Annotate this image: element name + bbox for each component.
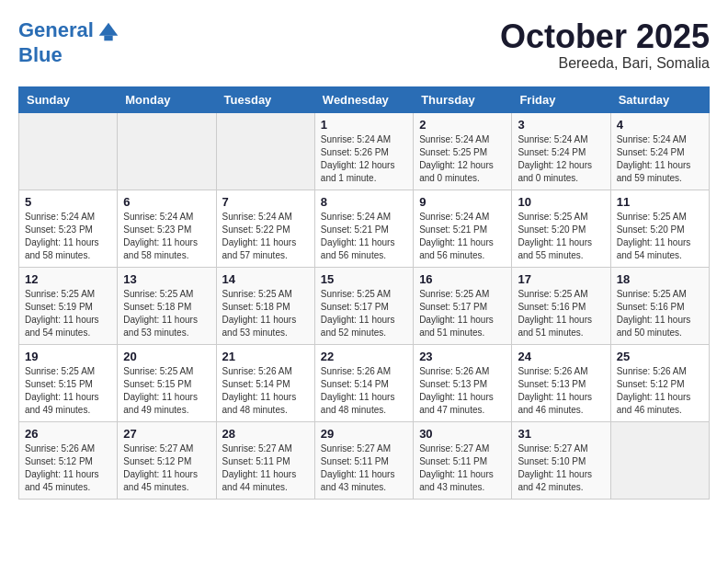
day-number: 17 [518, 272, 604, 286]
day-info: Sunrise: 5:24 AM Sunset: 5:23 PM Dayligh… [123, 211, 210, 262]
weekday-header: Saturday [610, 86, 709, 112]
day-info: Sunrise: 5:24 AM Sunset: 5:25 PM Dayligh… [419, 133, 506, 185]
svg-marker-0 [99, 23, 119, 36]
day-info: Sunrise: 5:25 AM Sunset: 5:20 PM Dayligh… [617, 211, 703, 262]
day-number: 4 [617, 118, 703, 132]
day-info: Sunrise: 5:25 AM Sunset: 5:19 PM Dayligh… [25, 288, 111, 339]
weekday-header: Wednesday [314, 86, 413, 112]
day-number: 2 [419, 118, 506, 132]
calendar-week-row: 26Sunrise: 5:26 AM Sunset: 5:12 PM Dayli… [19, 421, 710, 499]
page-header: General Blue October 2025 Bereeda, Bari,… [18, 18, 710, 72]
day-number: 8 [321, 195, 407, 209]
day-info: Sunrise: 5:25 AM Sunset: 5:17 PM Dayligh… [419, 288, 506, 339]
day-number: 11 [617, 195, 703, 209]
logo: General Blue [18, 18, 121, 66]
day-info: Sunrise: 5:25 AM Sunset: 5:15 PM Dayligh… [123, 365, 210, 417]
calendar-cell: 20Sunrise: 5:25 AM Sunset: 5:15 PM Dayli… [118, 344, 216, 421]
day-info: Sunrise: 5:26 AM Sunset: 5:14 PM Dayligh… [321, 365, 407, 417]
calendar-cell: 8Sunrise: 5:24 AM Sunset: 5:21 PM Daylig… [314, 190, 413, 267]
calendar-cell: 1Sunrise: 5:24 AM Sunset: 5:26 PM Daylig… [314, 112, 413, 190]
calendar-table: SundayMondayTuesdayWednesdayThursdayFrid… [18, 86, 710, 500]
day-info: Sunrise: 5:24 AM Sunset: 5:24 PM Dayligh… [518, 133, 604, 185]
day-number: 22 [321, 350, 407, 363]
calendar-cell: 23Sunrise: 5:26 AM Sunset: 5:13 PM Dayli… [414, 344, 512, 421]
weekday-header: Friday [512, 86, 610, 112]
day-number: 25 [617, 350, 703, 363]
calendar-cell: 24Sunrise: 5:26 AM Sunset: 5:13 PM Dayli… [512, 344, 610, 421]
day-info: Sunrise: 5:24 AM Sunset: 5:21 PM Dayligh… [321, 211, 407, 262]
calendar-cell [610, 421, 709, 499]
day-number: 21 [222, 350, 309, 363]
day-number: 28 [222, 427, 309, 441]
day-number: 18 [617, 272, 703, 286]
day-info: Sunrise: 5:26 AM Sunset: 5:12 PM Dayligh… [25, 442, 111, 494]
day-number: 1 [321, 118, 407, 132]
day-number: 10 [518, 195, 604, 209]
calendar-cell: 30Sunrise: 5:27 AM Sunset: 5:11 PM Dayli… [414, 421, 512, 499]
day-number: 29 [321, 427, 407, 441]
day-info: Sunrise: 5:27 AM Sunset: 5:11 PM Dayligh… [222, 442, 309, 494]
calendar-cell: 5Sunrise: 5:24 AM Sunset: 5:23 PM Daylig… [19, 190, 118, 267]
calendar-cell: 10Sunrise: 5:25 AM Sunset: 5:20 PM Dayli… [512, 190, 610, 267]
page-title: October 2025 [500, 18, 710, 55]
calendar-cell: 27Sunrise: 5:27 AM Sunset: 5:12 PM Dayli… [118, 421, 216, 499]
calendar-cell: 16Sunrise: 5:25 AM Sunset: 5:17 PM Dayli… [414, 267, 512, 344]
day-number: 16 [419, 272, 506, 286]
day-info: Sunrise: 5:25 AM Sunset: 5:17 PM Dayligh… [321, 288, 407, 339]
day-info: Sunrise: 5:27 AM Sunset: 5:11 PM Dayligh… [321, 442, 407, 494]
day-info: Sunrise: 5:24 AM Sunset: 5:26 PM Dayligh… [321, 133, 407, 185]
day-info: Sunrise: 5:25 AM Sunset: 5:20 PM Dayligh… [518, 211, 604, 262]
weekday-header: Sunday [19, 86, 118, 112]
day-number: 27 [123, 427, 210, 441]
calendar-cell: 31Sunrise: 5:27 AM Sunset: 5:10 PM Dayli… [512, 421, 610, 499]
day-number: 24 [518, 350, 604, 363]
calendar-cell: 3Sunrise: 5:24 AM Sunset: 5:24 PM Daylig… [512, 112, 610, 190]
calendar-cell [216, 112, 314, 190]
calendar-cell: 29Sunrise: 5:27 AM Sunset: 5:11 PM Dayli… [314, 421, 413, 499]
calendar-cell [118, 112, 216, 190]
day-info: Sunrise: 5:26 AM Sunset: 5:13 PM Dayligh… [419, 365, 506, 417]
day-info: Sunrise: 5:26 AM Sunset: 5:14 PM Dayligh… [222, 365, 309, 417]
day-info: Sunrise: 5:25 AM Sunset: 5:18 PM Dayligh… [123, 288, 210, 339]
calendar-cell: 19Sunrise: 5:25 AM Sunset: 5:15 PM Dayli… [19, 344, 118, 421]
day-number: 30 [419, 427, 506, 441]
calendar-cell: 7Sunrise: 5:24 AM Sunset: 5:22 PM Daylig… [216, 190, 314, 267]
calendar-cell: 11Sunrise: 5:25 AM Sunset: 5:20 PM Dayli… [610, 190, 709, 267]
calendar-cell: 21Sunrise: 5:26 AM Sunset: 5:14 PM Dayli… [216, 344, 314, 421]
day-info: Sunrise: 5:25 AM Sunset: 5:16 PM Dayligh… [617, 288, 703, 339]
day-number: 6 [123, 195, 210, 209]
day-info: Sunrise: 5:26 AM Sunset: 5:13 PM Dayligh… [518, 365, 604, 417]
day-info: Sunrise: 5:25 AM Sunset: 5:15 PM Dayligh… [25, 365, 111, 417]
calendar-cell: 28Sunrise: 5:27 AM Sunset: 5:11 PM Dayli… [216, 421, 314, 499]
day-number: 26 [25, 427, 111, 441]
calendar-cell: 17Sunrise: 5:25 AM Sunset: 5:16 PM Dayli… [512, 267, 610, 344]
calendar-cell: 22Sunrise: 5:26 AM Sunset: 5:14 PM Dayli… [314, 344, 413, 421]
calendar-cell: 26Sunrise: 5:26 AM Sunset: 5:12 PM Dayli… [19, 421, 118, 499]
day-info: Sunrise: 5:25 AM Sunset: 5:18 PM Dayligh… [222, 288, 309, 339]
weekday-header: Monday [118, 86, 216, 112]
day-info: Sunrise: 5:25 AM Sunset: 5:16 PM Dayligh… [518, 288, 604, 339]
day-number: 19 [25, 350, 111, 363]
weekday-header: Tuesday [216, 86, 314, 112]
day-number: 23 [419, 350, 506, 363]
calendar-week-row: 12Sunrise: 5:25 AM Sunset: 5:19 PM Dayli… [19, 267, 710, 344]
calendar-cell: 14Sunrise: 5:25 AM Sunset: 5:18 PM Dayli… [216, 267, 314, 344]
day-number: 20 [123, 350, 210, 363]
day-number: 7 [222, 195, 309, 209]
calendar-cell: 2Sunrise: 5:24 AM Sunset: 5:25 PM Daylig… [414, 112, 512, 190]
svg-marker-1 [104, 36, 112, 41]
calendar-cell: 15Sunrise: 5:25 AM Sunset: 5:17 PM Dayli… [314, 267, 413, 344]
calendar-cell: 18Sunrise: 5:25 AM Sunset: 5:16 PM Dayli… [610, 267, 709, 344]
calendar-cell: 9Sunrise: 5:24 AM Sunset: 5:21 PM Daylig… [414, 190, 512, 267]
day-number: 9 [419, 195, 506, 209]
day-info: Sunrise: 5:27 AM Sunset: 5:11 PM Dayligh… [419, 442, 506, 494]
day-info: Sunrise: 5:24 AM Sunset: 5:22 PM Dayligh… [222, 211, 309, 262]
day-info: Sunrise: 5:24 AM Sunset: 5:21 PM Dayligh… [419, 211, 506, 262]
day-info: Sunrise: 5:24 AM Sunset: 5:24 PM Dayligh… [617, 133, 703, 185]
calendar-cell [19, 112, 118, 190]
calendar-cell: 6Sunrise: 5:24 AM Sunset: 5:23 PM Daylig… [118, 190, 216, 267]
calendar-week-row: 19Sunrise: 5:25 AM Sunset: 5:15 PM Dayli… [19, 344, 710, 421]
calendar-cell: 4Sunrise: 5:24 AM Sunset: 5:24 PM Daylig… [610, 112, 709, 190]
day-number: 15 [321, 272, 407, 286]
day-info: Sunrise: 5:27 AM Sunset: 5:10 PM Dayligh… [518, 442, 604, 494]
